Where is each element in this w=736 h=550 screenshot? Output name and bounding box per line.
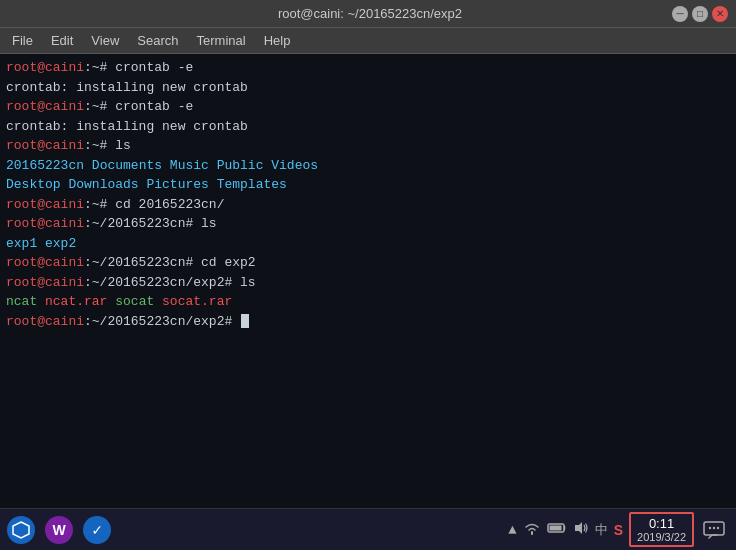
maximize-button[interactable]: □ [692, 6, 708, 22]
taskbar: W ✓ ▲ [0, 508, 736, 550]
window-title: root@caini: ~/20165223cn/exp2 [68, 6, 672, 21]
svg-point-6 [713, 526, 715, 528]
terminal-line: root@caini:~# crontab -e [6, 58, 730, 78]
terminal-line: root@caini:~# ls [6, 136, 730, 156]
terminal-line: root@caini:~/20165223cn# cd exp2 [6, 253, 730, 273]
terminal-line: Desktop Downloads Pictures Templates [6, 175, 730, 195]
tray-wifi-icon[interactable] [523, 521, 541, 539]
terminal-line: 20165223cn Documents Music Public Videos [6, 156, 730, 176]
cursor [241, 314, 249, 328]
clock-widget[interactable]: 0:11 2019/3/22 [629, 512, 694, 547]
menu-file[interactable]: File [4, 31, 41, 50]
tray-battery-icon[interactable] [547, 522, 567, 538]
title-bar: root@caini: ~/20165223cn/exp2 ─ □ ✕ [0, 0, 736, 28]
terminal-line: root@caini:~# cd 20165223cn/ [6, 195, 730, 215]
clock-time: 0:11 [637, 516, 686, 531]
close-button[interactable]: ✕ [712, 6, 728, 22]
svg-marker-0 [13, 522, 29, 538]
menu-view[interactable]: View [83, 31, 127, 50]
terminal-line: ncat ncat.rar socat socat.rar [6, 292, 730, 312]
menu-help[interactable]: Help [256, 31, 299, 50]
taskbar-app-2[interactable]: W [42, 513, 76, 547]
taskbar-app-1[interactable] [4, 513, 38, 547]
minimize-button[interactable]: ─ [672, 6, 688, 22]
svg-point-7 [717, 526, 719, 528]
tray-volume-icon[interactable] [573, 521, 589, 539]
terminal-line: exp1 exp2 [6, 234, 730, 254]
menu-search[interactable]: Search [129, 31, 186, 50]
terminal-line: crontab: installing new crontab [6, 117, 730, 137]
svg-point-5 [709, 526, 711, 528]
tray-skype-icon[interactable]: S [614, 522, 623, 538]
terminal-line: root@caini:~/20165223cn# ls [6, 214, 730, 234]
taskbar-app-3[interactable]: ✓ [80, 513, 114, 547]
menu-terminal[interactable]: Terminal [189, 31, 254, 50]
system-tray: ▲ 中 S 0:11 2019/3/22 [508, 512, 732, 547]
menu-bar: File Edit View Search Terminal Help [0, 28, 736, 54]
menu-edit[interactable]: Edit [43, 31, 81, 50]
window-controls[interactable]: ─ □ ✕ [672, 6, 728, 22]
terminal-line: root@caini:~# crontab -e [6, 97, 730, 117]
clock-date: 2019/3/22 [637, 531, 686, 543]
svg-marker-3 [575, 522, 582, 534]
svg-rect-2 [549, 525, 561, 530]
tray-input-icon[interactable]: 中 [595, 521, 608, 539]
terminal-line: root@caini:~/20165223cn/exp2# [6, 312, 730, 332]
tray-chat-icon[interactable] [700, 516, 728, 544]
terminal-line: root@caini:~/20165223cn/exp2# ls [6, 273, 730, 293]
terminal-area[interactable]: root@caini:~# crontab -e crontab: instal… [0, 54, 736, 508]
terminal-line: crontab: installing new crontab [6, 78, 730, 98]
tray-arrow-icon[interactable]: ▲ [508, 522, 516, 538]
